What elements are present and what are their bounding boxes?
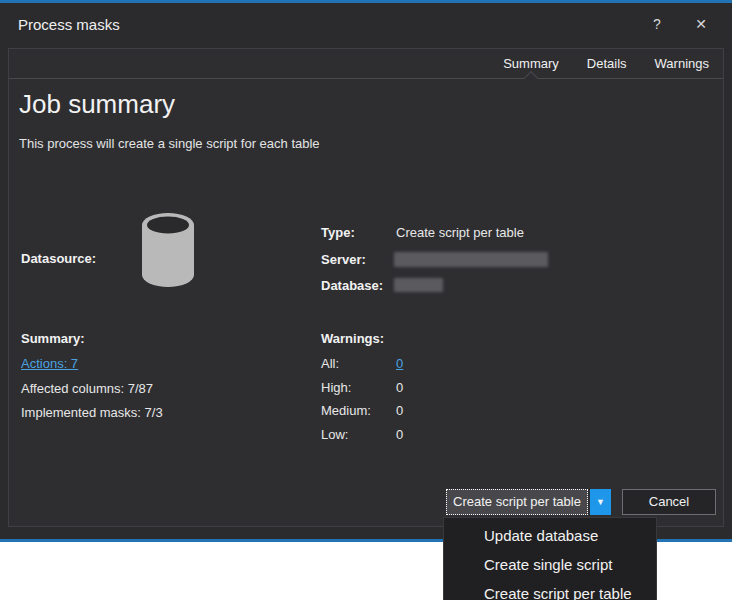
page-title: Job summary <box>19 89 175 120</box>
tab-warnings[interactable]: Warnings <box>653 50 711 77</box>
warning-row-medium-label: Medium: <box>321 403 371 418</box>
server-label: Server: <box>321 252 366 267</box>
implemented-masks-text: Implemented masks: 7/3 <box>21 405 163 420</box>
help-button[interactable]: ? <box>640 11 674 37</box>
warning-row-all-label: All: <box>321 356 339 371</box>
type-value: Create script per table <box>396 225 524 240</box>
dropdown-toggle-button[interactable]: ▼ <box>590 489 611 515</box>
warning-row-all-value[interactable]: 0 <box>396 356 403 371</box>
dropdown-menu: Update database Create single script Cre… <box>443 517 657 600</box>
affected-columns-text: Affected columns: 7/87 <box>21 381 153 396</box>
actions-link[interactable]: Actions: 7 <box>21 356 78 371</box>
tab-bar: Summary Details Warnings <box>9 49 723 79</box>
warnings-label: Warnings: <box>321 331 384 346</box>
warning-row-medium-value: 0 <box>396 403 403 418</box>
menu-item-create-single-script[interactable]: Create single script <box>444 550 656 579</box>
datasource-label: Datasource: <box>21 251 96 266</box>
menu-item-update-database[interactable]: Update database <box>444 521 656 550</box>
warning-row-low-label: Low: <box>321 427 348 442</box>
warning-row-high-label: High: <box>321 380 351 395</box>
titlebar: Process masks ? ✕ <box>0 3 732 45</box>
warning-row-low-value: 0 <box>396 427 403 442</box>
screen: Process masks ? ✕ Summary Details Warnin… <box>0 0 732 600</box>
cancel-button[interactable]: Cancel <box>622 489 716 515</box>
warning-row-high-value: 0 <box>396 380 403 395</box>
content-panel: Summary Details Warnings Job summary Thi… <box>8 48 724 527</box>
type-label: Type: <box>321 225 355 240</box>
create-script-per-table-button[interactable]: Create script per table <box>446 489 588 515</box>
process-masks-dialog: Process masks ? ✕ Summary Details Warnin… <box>0 0 732 542</box>
database-icon <box>137 212 199 290</box>
active-tab-notch <box>524 71 538 85</box>
tab-summary-label: Summary <box>503 56 559 71</box>
menu-item-create-script-per-table[interactable]: Create script per table <box>444 579 656 600</box>
dropdown-caret-icon: ▼ <box>596 497 605 507</box>
summary-label: Summary: <box>21 331 85 346</box>
window-title: Process masks <box>18 16 630 33</box>
server-value-redacted <box>394 252 548 267</box>
close-button[interactable]: ✕ <box>684 11 718 37</box>
database-value-redacted <box>394 278 443 292</box>
page-subtitle: This process will create a single script… <box>19 136 320 151</box>
tab-warnings-label: Warnings <box>655 56 709 71</box>
tab-summary[interactable]: Summary <box>501 50 561 77</box>
tab-details-label: Details <box>587 56 627 71</box>
tab-details[interactable]: Details <box>585 50 629 77</box>
database-label: Database: <box>321 278 383 293</box>
